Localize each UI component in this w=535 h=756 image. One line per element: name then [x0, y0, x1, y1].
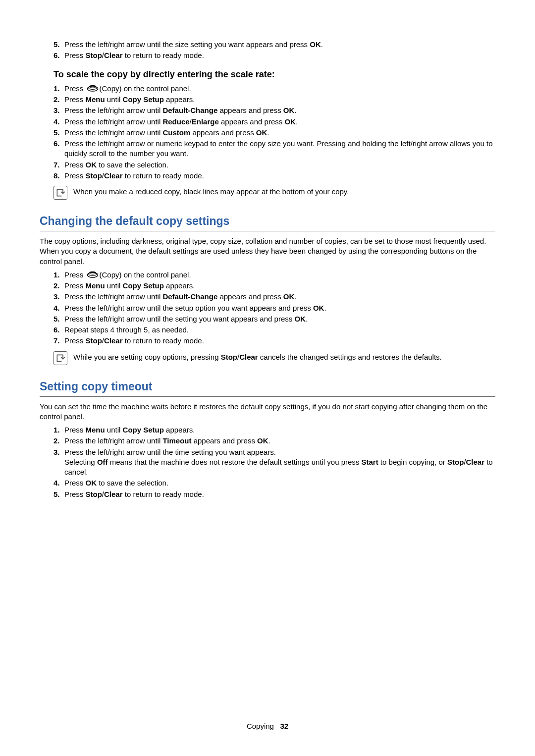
list-item: 2.Press Menu until Copy Setup appears. [54, 280, 495, 291]
list-item-text: Press the left/right arrow until the tim… [64, 448, 493, 477]
list-item-text: Press the left/right arrow until Timeout… [64, 436, 270, 445]
list-item: 1.Press (Copy) on the control panel. [54, 270, 495, 280]
section-title-changing-defaults: Changing the default copy settings [40, 214, 495, 230]
list-item: 5.Press the left/right arrow until the s… [54, 314, 495, 324]
list-item-text: Press the left/right arrow until Custom … [64, 128, 269, 137]
list-marker: 7. [54, 336, 63, 346]
section-rule [40, 396, 495, 397]
subheading-scale: To scale the copy by directly entering t… [54, 68, 495, 80]
list-marker: 2. [54, 95, 63, 105]
list-marker: 4. [54, 117, 63, 127]
list-continued: 5.Press the left/right arrow until the s… [40, 39, 495, 61]
list-marker: 6. [54, 325, 63, 335]
list-marker: 5. [54, 314, 63, 324]
list-item-text: Press Stop/Clear to return to ready mode… [64, 171, 204, 180]
list-item-text: Press the left/right arrow until Reduce/… [64, 117, 298, 126]
list-item: 1.Press (Copy) on the control panel. [54, 83, 495, 94]
list-item: 6.Repeat steps 4 through 5, as needed. [54, 324, 495, 335]
list-item-text: Press Menu until Copy Setup appears. [64, 95, 195, 104]
list-item: 3.Press the left/right arrow until the t… [54, 447, 495, 478]
list-marker: 3. [54, 106, 63, 115]
list-scale-steps: 1.Press (Copy) on the control panel.2.Pr… [40, 83, 495, 181]
list-item: 4.Press OK to save the selection. [54, 478, 495, 488]
list-item: 2.Press Menu until Copy Setup appears. [54, 94, 495, 105]
page-footer: Copying_ 32 [0, 721, 535, 731]
list-marker: 8. [54, 171, 63, 181]
list-marker: 4. [54, 303, 63, 313]
list-item-text: Press Menu until Copy Setup appears. [64, 426, 195, 434]
list-item-text: Press OK to save the selection. [64, 479, 168, 487]
footer-page: 32 [280, 722, 288, 730]
note-text: When you make a reduced copy, black line… [73, 185, 349, 197]
section-a-intro: The copy options, including darkness, or… [40, 236, 495, 267]
list-item: 6.Press Stop/Clear to return to ready mo… [54, 50, 495, 61]
list-item: 5.Press Stop/Clear to return to ready mo… [54, 489, 495, 500]
list-section-a: 1.Press (Copy) on the control panel.2.Pr… [40, 270, 495, 347]
note-text: While you are setting copy options, pres… [73, 351, 442, 362]
list-marker: 6. [54, 139, 63, 149]
list-item: 5.Press the left/right arrow until the s… [54, 39, 495, 50]
list-marker: 5. [54, 489, 63, 499]
note-section-a: While you are setting copy options, pres… [54, 351, 495, 365]
list-marker: 5. [54, 128, 63, 138]
list-marker: 1. [54, 270, 63, 280]
list-marker: 3. [54, 447, 63, 457]
list-marker: 2. [54, 281, 63, 291]
list-item: 3.Press the left/right arrow until Defau… [54, 291, 495, 302]
list-item: 7.Press OK to save the selection. [54, 160, 495, 170]
list-item-text: Press Stop/Clear to return to ready mode… [64, 490, 204, 498]
list-item-text: Press the left/right arrow until the set… [64, 315, 308, 323]
list-item: 4.Press the left/right arrow until Reduc… [54, 116, 495, 127]
list-marker: 4. [54, 478, 63, 488]
list-item-text: Press the left/right arrow or numeric ke… [64, 139, 493, 158]
list-item: 7.Press Stop/Clear to return to ready mo… [54, 335, 495, 346]
list-item: 2.Press the left/right arrow until Timeo… [54, 435, 495, 446]
section-rule [40, 231, 495, 231]
list-item: 4.Press the left/right arrow until the s… [54, 303, 495, 314]
list-item: 5.Press the left/right arrow until Custo… [54, 127, 495, 138]
list-item: 8.Press Stop/Clear to return to ready mo… [54, 170, 495, 181]
list-marker: 6. [54, 51, 63, 60]
list-item-text: Press OK to save the selection. [64, 161, 168, 169]
list-item-text: Press (Copy) on the control panel. [64, 270, 191, 279]
list-item-text: Press Menu until Copy Setup appears. [64, 281, 195, 290]
list-item: 1.Press Menu until Copy Setup appears. [54, 425, 495, 435]
list-item-text: Press (Copy) on the control panel. [64, 84, 191, 93]
list-marker: 3. [54, 292, 63, 302]
list-item: 6.Press the left/right arrow or numeric … [54, 138, 495, 160]
footer-sep: _ [274, 722, 280, 730]
list-item-text: Press the left/right arrow until Default… [64, 106, 297, 114]
list-item-text: Press the left/right arrow until the set… [64, 304, 326, 312]
list-item-text: Press Stop/Clear to return to ready mode… [64, 336, 204, 345]
list-item-text: Repeat steps 4 through 5, as needed. [64, 325, 189, 334]
list-marker: 1. [54, 84, 63, 94]
footer-label: Copying [247, 722, 274, 730]
list-marker: 5. [54, 40, 63, 50]
section-b-intro: You can set the time the machine waits b… [40, 402, 495, 422]
list-marker: 7. [54, 160, 63, 170]
list-item-text: Press Stop/Clear to return to ready mode… [64, 51, 204, 59]
note-reduced-copy: When you make a reduced copy, black line… [54, 185, 495, 200]
note-icon [54, 186, 67, 200]
list-section-b: 1.Press Menu until Copy Setup appears.2.… [40, 425, 495, 500]
note-icon [54, 351, 67, 365]
list-marker: 1. [54, 425, 63, 435]
section-title-timeout: Setting copy timeout [40, 379, 495, 395]
list-marker: 2. [54, 436, 63, 446]
list-item: 3.Press the left/right arrow until Defau… [54, 105, 495, 116]
list-item-text: Press the left/right arrow until the siz… [64, 40, 323, 49]
list-item-text: Press the left/right arrow until Default… [64, 292, 297, 301]
